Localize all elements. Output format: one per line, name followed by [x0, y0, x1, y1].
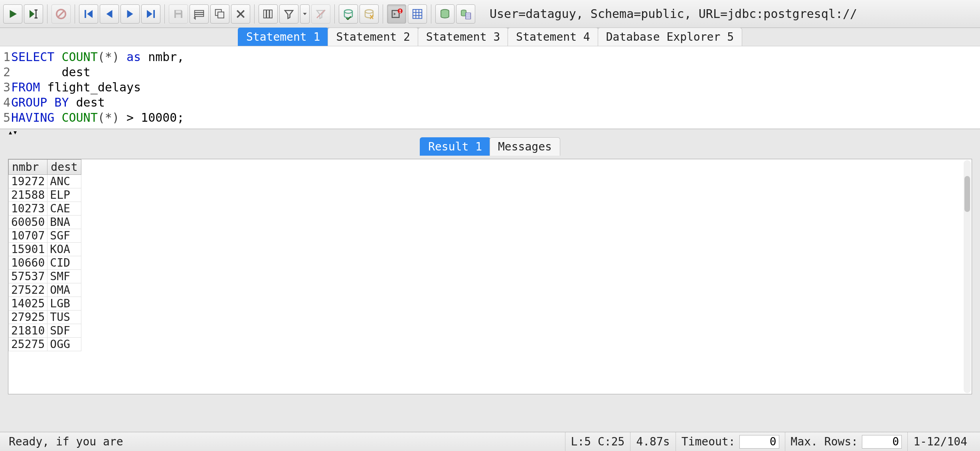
filter-button[interactable]	[279, 4, 298, 24]
grid-display-button[interactable]	[408, 4, 427, 24]
rollback-button[interactable]	[360, 4, 379, 24]
commit-button[interactable]	[339, 4, 358, 24]
table-cell[interactable]: SGF	[47, 229, 81, 243]
table-cell[interactable]: 27925	[9, 311, 47, 324]
table-cell[interactable]: 21588	[9, 188, 47, 202]
svg-rect-17	[267, 10, 269, 18]
line-number: 3	[0, 80, 11, 95]
table-cell[interactable]: ANC	[47, 175, 81, 188]
table-row[interactable]: 27925TUS	[9, 311, 81, 324]
table-cell[interactable]: 60050	[9, 216, 47, 229]
table-row[interactable]: 57537SMF	[9, 270, 81, 283]
table-cell[interactable]: ELP	[47, 188, 81, 202]
table-cell[interactable]: 27522	[9, 283, 47, 297]
svg-rect-26	[413, 9, 422, 18]
delete-row-button[interactable]	[231, 4, 250, 24]
select-columns-button[interactable]	[259, 4, 278, 24]
table-cell[interactable]: CAE	[47, 202, 81, 216]
table-cell[interactable]: 57537	[9, 270, 47, 283]
scrollbar-thumb[interactable]	[964, 176, 970, 212]
timeout-input[interactable]	[739, 435, 779, 449]
tab-result-1[interactable]: Messages	[490, 137, 560, 156]
statement-tabbar: Statement 1Statement 2Statement 3Stateme…	[0, 28, 980, 46]
run-to-cursor-button[interactable]	[24, 4, 43, 24]
table-cell[interactable]: CID	[47, 256, 81, 270]
table-cell[interactable]: TUS	[47, 311, 81, 324]
svg-rect-7	[176, 10, 181, 13]
table-row[interactable]: 15901KOA	[9, 243, 81, 256]
prev-button[interactable]	[100, 4, 119, 24]
line-number: 2	[0, 65, 11, 80]
timeout-label: Timeout:	[682, 435, 735, 448]
table-cell[interactable]: KOA	[47, 243, 81, 256]
main-toolbar: User=dataguy, Schema=public, URL=jdbc:po…	[0, 0, 980, 28]
table-row[interactable]: 21588ELP	[9, 188, 81, 202]
table-row[interactable]: 27522OMA	[9, 283, 81, 297]
clear-filter-button[interactable]	[311, 4, 330, 24]
table-row[interactable]: 25275OGG	[9, 338, 81, 351]
line-number: 1	[0, 49, 11, 65]
status-row-range: 1-12/104	[907, 432, 973, 451]
tab-statement-5[interactable]: Database Explorer 5	[598, 28, 742, 46]
sql-line-content[interactable]: FROM flight_delays	[11, 80, 980, 95]
insert-row-button[interactable]	[190, 4, 209, 24]
table-cell[interactable]: LGB	[47, 297, 81, 311]
table-cell[interactable]: OGG	[47, 338, 81, 351]
sql-line-content[interactable]: GROUP BY dest	[11, 95, 980, 110]
results-scrollbar[interactable]	[964, 160, 971, 393]
last-button[interactable]	[141, 4, 160, 24]
table-cell[interactable]: 14025	[9, 297, 47, 311]
table-cell[interactable]: 19272	[9, 175, 47, 188]
tab-statement-3[interactable]: Statement 3	[418, 28, 508, 46]
svg-rect-24	[400, 9, 401, 11]
commit-group	[339, 4, 383, 24]
next-button[interactable]	[121, 4, 140, 24]
maxrows-input[interactable]	[862, 435, 902, 449]
table-row[interactable]: 60050BNA	[9, 216, 81, 229]
status-cursor: L:5 C:25	[565, 432, 630, 451]
tab-result-0[interactable]: Result 1	[420, 137, 490, 156]
svg-rect-33	[466, 13, 471, 19]
db-list-button[interactable]	[456, 4, 475, 24]
filter-dropdown-button[interactable]	[300, 4, 310, 24]
table-cell[interactable]: SDF	[47, 324, 81, 338]
nav-group	[79, 4, 165, 24]
table-row[interactable]: 19272ANC	[9, 175, 81, 188]
editor-results-splitter[interactable]: ▴▾	[0, 129, 980, 137]
results-table[interactable]: nmbrdest 19272ANC21588ELP10273CAE60050BN…	[8, 159, 81, 351]
table-cell[interactable]: 21810	[9, 324, 47, 338]
table-cell[interactable]: 15901	[9, 243, 47, 256]
table-cell[interactable]: SMF	[47, 270, 81, 283]
sql-editor[interactable]: 1SELECT COUNT(*) as nmbr,2 dest3FROM fli…	[0, 46, 980, 129]
db-objects-button[interactable]	[435, 4, 454, 24]
console-alert-button[interactable]	[387, 4, 406, 24]
table-cell[interactable]: 10707	[9, 229, 47, 243]
run-button[interactable]	[3, 4, 22, 24]
table-row[interactable]: 10660CID	[9, 256, 81, 270]
sql-line-content[interactable]: HAVING COUNT(*) > 10000;	[11, 110, 980, 125]
db-group	[435, 4, 479, 24]
table-cell[interactable]: OMA	[47, 283, 81, 297]
tab-statement-2[interactable]: Statement 2	[328, 28, 418, 46]
table-row[interactable]: 14025LGB	[9, 297, 81, 311]
copy-row-button[interactable]	[210, 4, 229, 24]
sql-line-content[interactable]: SELECT COUNT(*) as nmbr,	[11, 49, 980, 65]
sql-line-content[interactable]: dest	[11, 65, 980, 80]
save-button[interactable]	[169, 4, 188, 24]
table-row[interactable]: 10273CAE	[9, 202, 81, 216]
table-row[interactable]: 21810SDF	[9, 324, 81, 338]
cancel-button[interactable]	[51, 4, 71, 24]
first-button[interactable]	[79, 4, 98, 24]
table-cell[interactable]: 10660	[9, 256, 47, 270]
svg-rect-18	[270, 10, 272, 18]
table-cell[interactable]: BNA	[47, 216, 81, 229]
status-message: Ready, if you are	[7, 432, 565, 451]
column-header[interactable]: dest	[47, 160, 81, 175]
tab-statement-4[interactable]: Statement 4	[508, 28, 598, 46]
table-cell[interactable]: 10273	[9, 202, 47, 216]
column-header[interactable]: nmbr	[9, 160, 47, 175]
line-number: 4	[0, 95, 11, 110]
tab-statement-1[interactable]: Statement 1	[238, 28, 328, 46]
table-row[interactable]: 10707SGF	[9, 229, 81, 243]
table-cell[interactable]: 25275	[9, 338, 47, 351]
